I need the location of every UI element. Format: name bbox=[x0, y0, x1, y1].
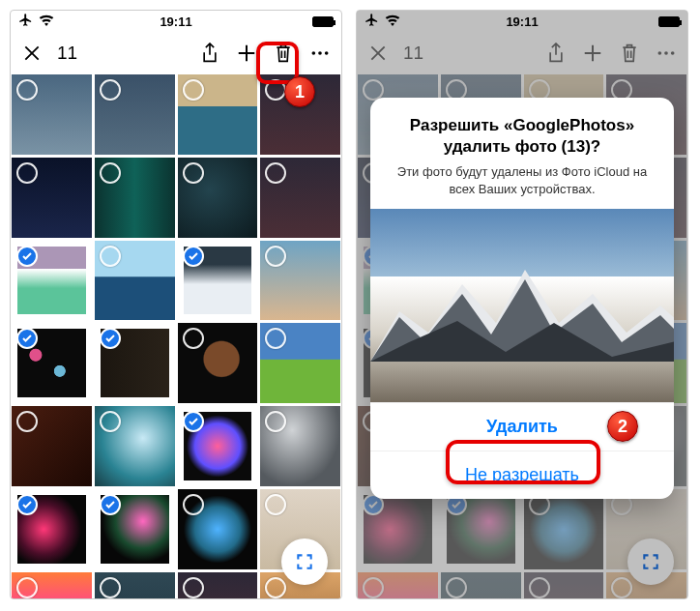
svg-point-2 bbox=[325, 51, 329, 55]
selected-checkmark-icon bbox=[100, 494, 121, 515]
screenshot-left: 19:11 11 1 bbox=[10, 10, 342, 599]
selection-circle-icon bbox=[265, 246, 286, 267]
selection-circle-icon bbox=[265, 79, 286, 101]
photo-thumbnail[interactable] bbox=[178, 241, 258, 321]
selected-checkmark-icon bbox=[16, 328, 38, 349]
photo-thumbnail[interactable] bbox=[95, 74, 175, 155]
photo-thumbnail[interactable] bbox=[95, 241, 175, 321]
photo-thumbnail[interactable] bbox=[260, 74, 340, 155]
selection-circle-icon bbox=[16, 79, 38, 101]
selection-circle-icon bbox=[265, 411, 286, 432]
photo-thumbnail[interactable] bbox=[12, 406, 92, 486]
close-icon[interactable] bbox=[20, 42, 44, 65]
selection-circle-icon bbox=[100, 79, 121, 101]
selection-circle-icon bbox=[265, 328, 286, 349]
status-bar: 19:11 bbox=[11, 11, 341, 32]
photo-thumbnail[interactable] bbox=[12, 572, 92, 599]
selected-checkmark-icon bbox=[183, 411, 204, 432]
dialog-preview-image bbox=[370, 209, 674, 402]
photo-thumbnail[interactable] bbox=[95, 158, 175, 238]
selection-toolbar: 11 bbox=[11, 32, 341, 74]
selection-circle-icon bbox=[183, 328, 204, 349]
photo-thumbnail[interactable] bbox=[178, 158, 258, 238]
photo-thumbnail[interactable] bbox=[260, 158, 340, 238]
selection-circle-icon bbox=[16, 577, 38, 598]
photo-thumbnail[interactable] bbox=[178, 74, 258, 155]
selection-count: 11 bbox=[57, 43, 77, 64]
selected-checkmark-icon bbox=[16, 246, 38, 267]
status-time: 19:11 bbox=[160, 15, 191, 29]
selection-circle-icon bbox=[265, 494, 286, 515]
wifi-icon bbox=[39, 15, 54, 29]
selection-circle-icon bbox=[265, 162, 286, 184]
more-icon[interactable] bbox=[308, 42, 332, 65]
dialog-title: Разрешить «GooglePhotos» удалить фото (1… bbox=[370, 98, 674, 163]
photo-grid[interactable] bbox=[11, 74, 341, 598]
add-icon[interactable] bbox=[235, 42, 258, 65]
battery-icon bbox=[312, 16, 334, 27]
photo-thumbnail[interactable] bbox=[95, 406, 175, 486]
selection-circle-icon bbox=[100, 162, 121, 184]
photo-thumbnail[interactable] bbox=[95, 323, 175, 403]
selected-checkmark-icon bbox=[100, 328, 121, 349]
svg-point-0 bbox=[312, 51, 316, 55]
photo-thumbnail[interactable] bbox=[12, 489, 92, 569]
selection-circle-icon bbox=[100, 246, 121, 267]
photo-thumbnail[interactable] bbox=[178, 406, 258, 486]
dialog-subtitle: Эти фото будут удалены из Фото iCloud на… bbox=[370, 163, 674, 209]
photo-thumbnail[interactable] bbox=[12, 241, 92, 321]
photo-thumbnail[interactable] bbox=[95, 572, 175, 599]
screenshot-right: 19:11 11 Разрешить «GooglePhotos» удалит… bbox=[356, 10, 688, 599]
photo-thumbnail[interactable] bbox=[12, 158, 92, 238]
photo-thumbnail[interactable] bbox=[12, 323, 92, 403]
photo-thumbnail[interactable] bbox=[260, 406, 340, 486]
selection-circle-icon bbox=[16, 162, 38, 184]
dialog-deny-button[interactable]: Не разрешать bbox=[370, 451, 674, 499]
photo-thumbnail[interactable] bbox=[178, 489, 258, 569]
photo-thumbnail[interactable] bbox=[95, 489, 175, 569]
trash-icon[interactable] bbox=[272, 42, 295, 65]
airplane-mode-icon bbox=[18, 13, 33, 30]
dialog-confirm-button[interactable]: Удалить bbox=[370, 402, 674, 451]
photo-thumbnail[interactable] bbox=[260, 241, 340, 321]
selected-checkmark-icon bbox=[16, 494, 38, 515]
photo-thumbnail[interactable] bbox=[178, 323, 258, 403]
photo-thumbnail[interactable] bbox=[260, 323, 340, 403]
selected-checkmark-icon bbox=[183, 246, 204, 267]
photo-thumbnail[interactable] bbox=[12, 74, 92, 155]
selection-circle-icon bbox=[183, 79, 204, 101]
selection-circle-icon bbox=[16, 411, 38, 432]
selection-circle-icon bbox=[183, 494, 204, 515]
photo-thumbnail[interactable] bbox=[178, 572, 258, 599]
selection-circle-icon bbox=[100, 577, 121, 598]
selection-circle-icon bbox=[183, 162, 204, 184]
permission-dialog: Разрешить «GooglePhotos» удалить фото (1… bbox=[370, 98, 674, 499]
fullscreen-fab[interactable] bbox=[281, 538, 328, 585]
selection-circle-icon bbox=[265, 577, 286, 598]
share-icon[interactable] bbox=[198, 42, 221, 65]
selection-circle-icon bbox=[100, 411, 121, 432]
selection-circle-icon bbox=[183, 577, 204, 598]
svg-point-1 bbox=[318, 51, 322, 55]
